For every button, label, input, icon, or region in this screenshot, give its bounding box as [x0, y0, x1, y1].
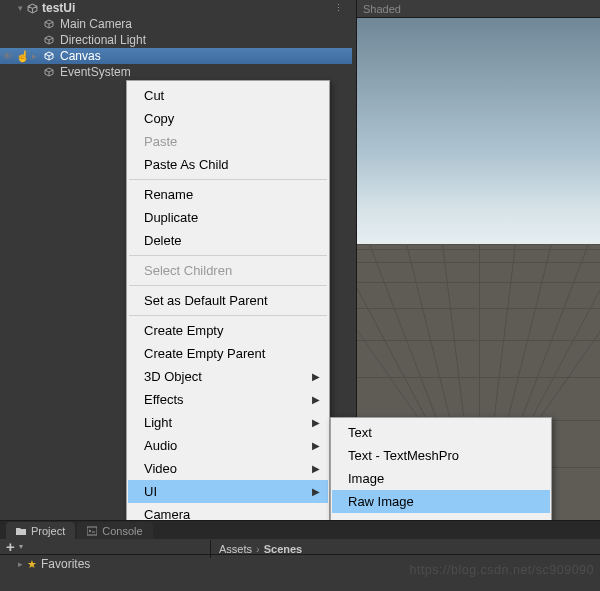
- breadcrumb-folder[interactable]: Scenes: [264, 543, 303, 555]
- menu-item-label: Delete: [144, 233, 182, 248]
- menu-separator: [129, 285, 327, 286]
- menu-item[interactable]: Raw Image: [332, 490, 550, 513]
- menu-item-label: Cut: [144, 88, 164, 103]
- gameobject-icon: [44, 35, 54, 45]
- menu-item-label: Image: [348, 471, 384, 486]
- menu-item[interactable]: Copy: [128, 107, 328, 130]
- menu-item-label: Duplicate: [144, 210, 198, 225]
- tab-project[interactable]: Project: [6, 522, 75, 539]
- menu-item-label: Light: [144, 415, 172, 430]
- hierarchy-item[interactable]: EventSystem: [0, 64, 352, 80]
- scene-name: testUi: [42, 1, 75, 15]
- menu-item[interactable]: Delete: [128, 229, 328, 252]
- submenu-arrow-icon: ▶: [312, 440, 320, 451]
- chevron-right-icon: ›: [256, 543, 260, 555]
- scene-sky: [357, 18, 600, 244]
- context-menu[interactable]: CutCopyPastePaste As ChildRenameDuplicat…: [126, 80, 330, 560]
- menu-item-label: Paste As Child: [144, 157, 229, 172]
- gameobject-icon: [44, 67, 54, 77]
- menu-item[interactable]: Set as Default Parent: [128, 289, 328, 312]
- expand-arrow-icon[interactable]: ▸: [18, 559, 23, 569]
- menu-item[interactable]: Text - TextMeshPro: [332, 444, 550, 467]
- hierarchy-scene-row[interactable]: ▾ testUi ⋮: [0, 0, 352, 16]
- menu-item-label: UI: [144, 484, 157, 499]
- gameobject-icon: [44, 51, 54, 61]
- star-icon: ★: [27, 558, 37, 571]
- breadcrumb-root[interactable]: Assets: [219, 543, 252, 555]
- hierarchy-item[interactable]: Main Camera: [0, 16, 352, 32]
- submenu-arrow-icon: ▶: [312, 463, 320, 474]
- submenu-arrow-icon: ▶: [312, 371, 320, 382]
- hierarchy-item-label: Canvas: [60, 49, 101, 63]
- submenu-arrow-icon: ▶: [312, 417, 320, 428]
- menu-item-label: Rename: [144, 187, 193, 202]
- menu-item[interactable]: Create Empty Parent: [128, 342, 328, 365]
- breadcrumb[interactable]: Assets › Scenes: [210, 540, 600, 558]
- menu-item: Paste: [128, 130, 328, 153]
- collapse-arrow-icon[interactable]: ▾: [18, 3, 23, 13]
- menu-item[interactable]: Audio▶: [128, 434, 328, 457]
- menu-item[interactable]: Text: [332, 421, 550, 444]
- menu-item-label: Select Children: [144, 263, 232, 278]
- menu-item[interactable]: Create Empty: [128, 319, 328, 342]
- menu-separator: [129, 179, 327, 180]
- menu-item-label: Text - TextMeshPro: [348, 448, 459, 463]
- menu-item[interactable]: 3D Object▶: [128, 365, 328, 388]
- scene-toolbar: Shaded: [357, 0, 600, 18]
- bottom-tab-bar: Project Console: [0, 521, 600, 539]
- menu-item[interactable]: Duplicate: [128, 206, 328, 229]
- shading-mode-dropdown[interactable]: Shaded: [363, 3, 401, 15]
- hierarchy-item-label: EventSystem: [60, 65, 131, 79]
- menu-item: Select Children: [128, 259, 328, 282]
- hierarchy-item[interactable]: 👁☝Canvas: [0, 48, 352, 64]
- menu-item[interactable]: Light▶: [128, 411, 328, 434]
- pickable-toggle-icon[interactable]: ☝: [16, 50, 30, 63]
- menu-item-label: 3D Object: [144, 369, 202, 384]
- create-asset-button[interactable]: +: [6, 538, 15, 555]
- create-asset-dropdown-arrow[interactable]: ▾: [19, 542, 23, 551]
- menu-item-label: Paste: [144, 134, 177, 149]
- menu-item-label: Set as Default Parent: [144, 293, 268, 308]
- console-icon: [87, 526, 97, 536]
- menu-item[interactable]: Image: [332, 467, 550, 490]
- menu-item[interactable]: Effects▶: [128, 388, 328, 411]
- scene-icon: [27, 3, 38, 14]
- menu-item[interactable]: Cut: [128, 84, 328, 107]
- menu-item-label: Text: [348, 425, 372, 440]
- visibility-toggle-icon[interactable]: 👁: [2, 50, 13, 62]
- menu-item-label: Copy: [144, 111, 174, 126]
- hierarchy-item-label: Directional Light: [60, 33, 146, 47]
- menu-item[interactable]: Paste As Child: [128, 153, 328, 176]
- submenu-arrow-icon: ▶: [312, 394, 320, 405]
- menu-item[interactable]: Video▶: [128, 457, 328, 480]
- menu-separator: [129, 255, 327, 256]
- favorites-label: Favorites: [41, 557, 90, 571]
- menu-item-label: Audio: [144, 438, 177, 453]
- menu-item-label: Effects: [144, 392, 184, 407]
- menu-item-label: Raw Image: [348, 494, 414, 509]
- tab-console-label: Console: [102, 525, 142, 537]
- tab-project-label: Project: [31, 525, 65, 537]
- menu-item-label: Create Empty Parent: [144, 346, 265, 361]
- scene-menu-icon[interactable]: ⋮: [334, 3, 344, 13]
- menu-item[interactable]: UI▶: [128, 480, 328, 503]
- gameobject-icon: [44, 19, 54, 29]
- menu-item[interactable]: Rename: [128, 183, 328, 206]
- bottom-panel: Project Console + ▾ ▸ ★ Favorites Assets…: [0, 520, 600, 591]
- menu-item-label: Video: [144, 461, 177, 476]
- menu-separator: [129, 315, 327, 316]
- hierarchy-item-label: Main Camera: [60, 17, 132, 31]
- hierarchy-item[interactable]: Directional Light: [0, 32, 352, 48]
- menu-item-label: Create Empty: [144, 323, 223, 338]
- watermark: https://blog.csdn.net/sc909090: [409, 563, 594, 577]
- submenu-arrow-icon: ▶: [312, 486, 320, 497]
- tab-console[interactable]: Console: [77, 522, 152, 539]
- folder-icon: [16, 526, 26, 536]
